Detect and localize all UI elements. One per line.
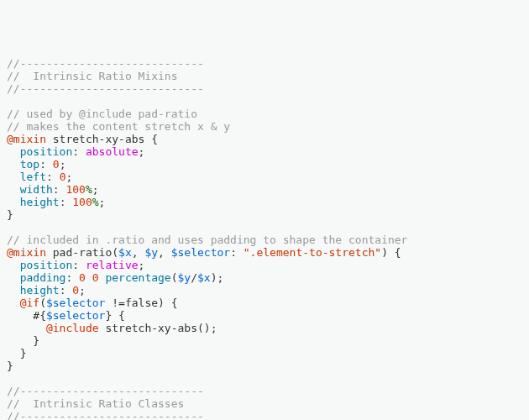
at-mixin: @mixin <box>7 133 46 145</box>
prop-position-abs: position: absolute; <box>7 145 522 158</box>
comment-rule-top: //---------------------------- <box>7 57 522 70</box>
prop-width: width: 100%; <box>7 183 522 196</box>
comment-title-classes: // Intrinsic Ratio Classes <box>7 397 522 410</box>
comment-rule-bottom: //---------------------------- <box>7 410 522 420</box>
mixin-stretch-decl: @mixin stretch-xy-abs { <box>7 133 522 145</box>
prop-position-rel: position: relative; <box>7 259 522 271</box>
comment-rule-top: //---------------------------- <box>7 385 522 397</box>
prop-height-0: height: 0; <box>7 284 522 297</box>
comment-title-mixins: // Intrinsic Ratio Mixins <box>7 70 522 82</box>
close-brace: } <box>7 360 522 372</box>
at-if: @if($selector !=false) { <box>7 297 522 309</box>
close-brace: } <box>7 208 522 221</box>
close-brace: } <box>7 334 522 347</box>
mixin-pad-ratio-decl: @mixin pad-ratio($x, $y, $selector: ".el… <box>7 246 522 259</box>
comment-makes-content: // makes the content stretch x & y <box>7 120 522 133</box>
code-block: //----------------------------// Intrins… <box>7 57 522 420</box>
interp-selector: #{$selector} { <box>7 309 522 322</box>
comment-included-in: // included in .ratio and uses padding t… <box>7 234 522 246</box>
comment-used-by: // used by @include pad-ratio <box>7 108 522 120</box>
blank-line <box>7 372 522 385</box>
prop-padding: padding: 0 0 percentage($y/$x); <box>7 271 522 284</box>
prop-left: left: 0; <box>7 171 522 183</box>
blank-line <box>7 221 522 234</box>
prop-height-100: height: 100%; <box>7 196 522 208</box>
blank-line <box>7 95 522 108</box>
comment-rule-bottom: //---------------------------- <box>7 82 522 95</box>
prop-top: top: 0; <box>7 158 522 171</box>
include-stretch-1: @include stretch-xy-abs(); <box>7 322 522 334</box>
close-brace: } <box>7 347 522 360</box>
mixin-name-stretch: stretch-xy-abs { <box>46 133 158 145</box>
